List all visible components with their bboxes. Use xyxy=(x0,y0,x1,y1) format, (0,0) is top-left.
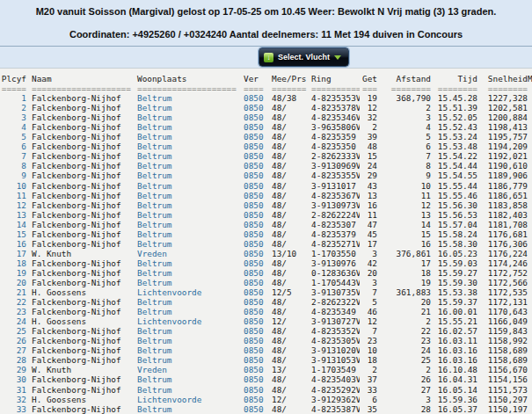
cell-afstand: 12 xyxy=(377,200,431,210)
cell-naam: W. Knuth xyxy=(26,365,135,374)
cell-ver: 0850 xyxy=(243,287,269,297)
cell-woonplaats: Beltrum xyxy=(135,374,243,384)
cell-woonplaats: Vreden xyxy=(135,249,243,258)
table-row: 18Falckenborg-NijhofBeltrum085048/3-9130… xyxy=(0,258,532,268)
clipped-cell xyxy=(528,365,532,374)
cell-snelheid: 1166,049 xyxy=(477,316,528,326)
cell-ring: 3-9130727V xyxy=(309,316,360,326)
cell-snelheid: 1194,209 xyxy=(477,142,528,151)
cell-ring: 0-1283636V xyxy=(309,268,360,278)
cell-afstand: 26 xyxy=(377,374,431,384)
cell-woonplaats: Beltrum xyxy=(135,326,243,336)
cell-snelheid: 1202,581 xyxy=(477,103,528,113)
cell-get: 10 xyxy=(360,345,377,355)
cell-afstand: 2 xyxy=(377,365,431,374)
cell-woonplaats: Beltrum xyxy=(135,297,243,307)
cell-ring: 3-9130976 xyxy=(309,258,360,268)
separator: ======== xyxy=(377,84,431,93)
cell-woonplaats: Beltrum xyxy=(135,336,243,345)
cell-ver: 0850 xyxy=(243,93,269,103)
cell-afstand: 5 xyxy=(377,132,431,142)
cell-snelheid: 1170,643 xyxy=(477,307,528,316)
cell-plcyf: 14 xyxy=(0,220,26,229)
table-row: 16Falckenborg-NijhofBeltrum085048/4-8235… xyxy=(0,239,532,249)
cell-plcyf: 4 xyxy=(0,122,26,132)
cell-mee-prs: 13/ xyxy=(269,365,309,374)
cell-woonplaats: Beltrum xyxy=(135,181,243,191)
cell-ver: 0850 xyxy=(243,404,269,414)
cell-mee-prs: 48/ xyxy=(269,200,309,210)
cell-afstand: 11 xyxy=(377,191,431,200)
cell-mee-prs: 12/ xyxy=(269,316,309,326)
cell-woonplaats: Beltrum xyxy=(135,268,243,278)
cell-afstand: 19 xyxy=(377,278,431,287)
cell-naam: Falckenborg-Nijhof xyxy=(26,385,135,395)
cell-ver: 0850 xyxy=(243,258,269,268)
cell-plcyf: 27 xyxy=(0,345,26,355)
separator: === xyxy=(360,84,377,93)
cell-ring: 1-1703550 xyxy=(309,249,360,258)
select-vlucht-button[interactable]: ↓ Select. Vlucht xyxy=(259,47,349,67)
cell-mee-prs: 48/ xyxy=(269,122,309,132)
cell-naam: H. Goossens xyxy=(26,395,135,404)
cell-snelheid: 1183,858 xyxy=(477,200,528,210)
cell-ver: 0850 xyxy=(243,142,269,151)
cell-ring: 4-8235352V xyxy=(309,326,360,336)
cell-plcyf: 18 xyxy=(0,258,26,268)
cell-tijd: 16.10.48 xyxy=(431,365,477,374)
cell-afstand: 9 xyxy=(377,171,431,180)
cell-woonplaats: Beltrum xyxy=(135,161,243,171)
cell-afstand: 376,861 xyxy=(377,249,431,258)
cell-naam: Falckenborg-Nijhof xyxy=(26,336,135,345)
cell-ver: 0850 xyxy=(243,229,269,239)
cell-afstand: 20 xyxy=(377,297,431,307)
table-row: 17W. KnuthVreden085013/101-17035503376,8… xyxy=(0,249,532,258)
cell-naam: Falckenborg-Nijhof xyxy=(26,122,135,132)
clipped-cell xyxy=(528,200,532,210)
separator: ==== xyxy=(243,84,269,93)
cell-naam: Falckenborg-Nijhof xyxy=(26,161,135,171)
cell-mee-prs: 48/38 xyxy=(269,93,309,103)
cell-woonplaats: Beltrum xyxy=(135,404,243,414)
cell-plcyf: 3 xyxy=(0,113,26,122)
cell-woonplaats: Beltrum xyxy=(135,191,243,200)
cell-mee-prs: 48/ xyxy=(269,220,309,229)
cell-ring: 3-9130969V xyxy=(309,161,360,171)
clipped-cell xyxy=(528,336,532,345)
cell-get: 29 xyxy=(360,171,377,180)
cell-snelheid: 1154,156 xyxy=(477,374,528,384)
cell-ver: 0850 xyxy=(243,374,269,384)
separator: ==================== xyxy=(26,84,135,93)
table-row: 13Falckenborg-NijhofBeltrum085048/2-8262… xyxy=(0,210,532,220)
cell-plcyf: 22 xyxy=(0,297,26,307)
cell-mee-prs: 12/5 xyxy=(269,287,309,297)
cell-ring: 3-9131053V xyxy=(309,355,360,365)
cell-plcyf: 17 xyxy=(0,249,26,258)
cell-mee-prs: 48/ xyxy=(269,307,309,316)
cell-woonplaats: Beltrum xyxy=(135,122,243,132)
cell-naam: Falckenborg-Nijhof xyxy=(26,151,135,161)
cell-tijd: 15.54.22 xyxy=(431,151,477,161)
coordinates-line: Coordinaten: +4925260 / +0324240 Aantal … xyxy=(0,29,532,40)
cell-naam: Falckenborg-Nijhof xyxy=(26,103,135,113)
cell-afstand: 18 xyxy=(377,268,431,278)
cell-tijd: 15.51.39 xyxy=(431,103,477,113)
cell-mee-prs: 48/ xyxy=(269,355,309,365)
clipped-cell xyxy=(528,103,532,113)
clipped-cell xyxy=(528,181,532,191)
cell-plcyf: 9 xyxy=(0,171,26,180)
cell-ver: 0850 xyxy=(243,132,269,142)
cell-get: 3 xyxy=(360,278,377,287)
cell-get: 37 xyxy=(360,374,377,384)
cell-ring: 4-8235359 xyxy=(309,132,360,142)
results-table-body: 1Falckenborg-NijhofBeltrum085048/384-823… xyxy=(0,93,532,414)
table-row: 30Falckenborg-NijhofBeltrum085048/4-8235… xyxy=(0,374,532,384)
cell-snelheid: 1172,752 xyxy=(477,268,528,278)
table-row: 19Falckenborg-NijhofBeltrum085048/0-1283… xyxy=(0,268,532,278)
clipped-cell xyxy=(528,326,532,336)
cell-naam: Falckenborg-Nijhof xyxy=(26,404,135,414)
cell-afstand: 8 xyxy=(377,161,431,171)
cell-get: 32 xyxy=(360,113,377,122)
clipped-cell xyxy=(528,278,532,287)
cell-mee-prs: 48/ xyxy=(269,103,309,113)
